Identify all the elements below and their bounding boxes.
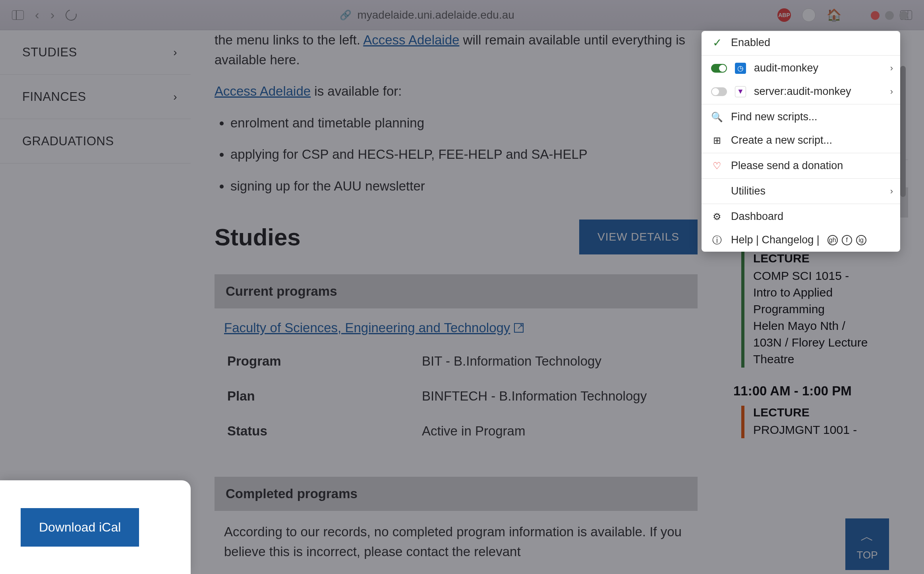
event-card[interactable]: LECTURE PROJMGNT 1001 - <box>741 406 908 438</box>
event-line: Theatre <box>753 351 908 368</box>
table-row: StatusActive in Program <box>225 414 687 448</box>
scrollbar[interactable] <box>900 66 906 288</box>
chevron-right-icon: › <box>890 63 893 73</box>
tm-enabled-row[interactable]: ✓ Enabled <box>702 31 900 54</box>
lock-icon: 🔗 <box>340 10 352 21</box>
help-link[interactable]: Help <box>731 234 753 246</box>
tampermonkey-icon[interactable] <box>802 8 816 22</box>
tm-label: Utilities <box>731 185 765 197</box>
intro-paragraph-2: Access Adelaide is available for: <box>215 81 698 101</box>
tm-help-row[interactable]: ⓘ Help | Changelog | gh f ig <box>702 228 900 252</box>
chevron-right-icon: › <box>173 46 177 59</box>
program-table: ProgramBIT - B.Information Technology Pl… <box>224 343 688 449</box>
cell-value: BINFTECH - B.Information Technology <box>419 379 687 413</box>
bullet-item: applying for CSP and HECS-HELP, FEE-HELP… <box>230 144 698 164</box>
tm-script-row[interactable]: ◷ audit-monkey › <box>702 56 900 80</box>
event-line: Intro to Applied <box>753 284 908 301</box>
maximize-window-icon[interactable] <box>899 11 908 20</box>
reload-icon[interactable] <box>64 7 79 22</box>
view-details-button[interactable]: VIEW DETAILS <box>579 220 698 254</box>
gear-icon: ⚙ <box>711 211 723 223</box>
completed-note: According to our records, no completed p… <box>215 511 698 561</box>
cell-value: Active in Program <box>419 414 687 448</box>
tm-create-script[interactable]: ⊞ Create a new script... <box>702 129 900 152</box>
facebook-icon[interactable]: f <box>842 235 852 245</box>
event-type: LECTURE <box>753 252 908 265</box>
intro-text: the menu links to the left. <box>215 33 363 47</box>
browser-toolbar: ‹ › 🔗 myadelaide.uni.adelaide.edu.au ABP… <box>0 0 924 30</box>
chevron-right-icon: › <box>890 87 893 97</box>
completed-programs-header: Completed programs <box>215 477 698 511</box>
scroll-top-button[interactable]: ︿ TOP <box>845 518 889 570</box>
nav-label: STUDIES <box>22 45 77 60</box>
current-programs-header: Current programs <box>215 274 698 308</box>
home-extension-icon[interactable]: 🏠 <box>827 8 841 22</box>
event-line: Helen Mayo Nth / <box>753 318 908 334</box>
tm-label: Create a new script... <box>731 134 832 146</box>
download-ical-button[interactable]: Download iCal <box>21 508 139 547</box>
tm-script-row[interactable]: ▼ server:audit-monkey › <box>702 80 900 103</box>
tm-help-label: Help | Changelog | <box>731 234 820 246</box>
event-line: Programming <box>753 301 908 318</box>
event-card[interactable]: LECTURE COMP SCI 1015 - Intro to Applied… <box>741 252 908 368</box>
intro-text: is available for: <box>311 84 402 98</box>
nav-label: GRADUATIONS <box>22 134 114 148</box>
access-adelaide-link[interactable]: Access Adelaide <box>363 33 459 47</box>
tm-label: audit-monkey <box>754 62 818 74</box>
toggle-on-icon[interactable] <box>711 64 727 73</box>
instagram-icon[interactable]: ig <box>856 235 866 245</box>
heart-icon: ♡ <box>711 160 723 172</box>
toggle-off-icon[interactable] <box>711 87 727 96</box>
cell-key: Status <box>225 414 419 448</box>
minimize-window-icon[interactable] <box>885 11 894 20</box>
info-icon: ⓘ <box>711 234 723 246</box>
tm-label: server:audit-monkey <box>754 85 851 98</box>
script-icon: ▼ <box>735 86 746 97</box>
tm-label: Please send a donation <box>731 160 843 172</box>
chevron-right-icon: › <box>890 186 893 196</box>
nav-label: FINANCES <box>22 90 86 104</box>
tampermonkey-menu: ✓ Enabled ◷ audit-monkey › ▼ server:audi… <box>702 31 900 252</box>
adblock-icon[interactable]: ABP <box>777 8 791 22</box>
tm-dashboard[interactable]: ⚙ Dashboard <box>702 205 900 228</box>
bullet-item: enrolment and timetable planning <box>230 113 698 133</box>
event-line: 103N / Florey Lecture <box>753 334 908 351</box>
ical-download-card: Download iCal <box>0 480 191 574</box>
bullet-item: signing up for the AUU newsletter <box>230 176 698 196</box>
tm-label: Enabled <box>731 37 770 49</box>
intro-paragraph: the menu links to the left. Access Adela… <box>215 30 698 69</box>
nav-item-studies[interactable]: STUDIES › <box>0 30 191 75</box>
scrollbar-thumb[interactable] <box>900 66 906 197</box>
check-icon: ✓ <box>711 37 723 49</box>
forward-button[interactable]: › <box>50 8 55 22</box>
github-icon[interactable]: gh <box>827 235 838 245</box>
tm-find-scripts[interactable]: 🔍 Find new scripts... <box>702 105 900 129</box>
top-label: TOP <box>857 549 878 561</box>
event-line: PROJMGNT 1001 - <box>753 422 908 438</box>
event-type: LECTURE <box>753 406 908 419</box>
access-adelaide-link[interactable]: Access Adelaide <box>215 84 311 98</box>
window-controls <box>871 11 908 20</box>
chevron-right-icon: › <box>173 91 177 103</box>
tm-donate[interactable]: ♡ Please send a donation <box>702 154 900 177</box>
cell-key: Program <box>225 344 419 378</box>
tm-utilities[interactable]: Utilities › <box>702 179 900 203</box>
external-link-icon <box>514 323 524 333</box>
main-content: the menu links to the left. Access Adela… <box>191 30 721 574</box>
close-window-icon[interactable] <box>871 11 880 20</box>
faculty-link[interactable]: Faculty of Sciences, Engineering and Tec… <box>224 320 524 335</box>
event-line: COMP SCI 1015 - <box>753 268 908 284</box>
nav-item-graduations[interactable]: GRADUATIONS <box>0 119 191 164</box>
tm-label: Dashboard <box>731 210 783 223</box>
back-button[interactable]: ‹ <box>35 8 39 22</box>
nav-item-finances[interactable]: FINANCES › <box>0 75 191 119</box>
sidebar-toggle-icon[interactable] <box>12 10 24 20</box>
tm-label: Find new scripts... <box>731 111 818 123</box>
url-text[interactable]: myadelaide.uni.adelaide.edu.au <box>357 9 514 21</box>
changelog-link[interactable]: Changelog <box>762 234 814 246</box>
chevron-up-icon: ︿ <box>860 528 874 546</box>
script-icon: ◷ <box>735 63 746 74</box>
studies-heading: Studies <box>215 223 301 251</box>
plus-icon: ⊞ <box>711 135 723 146</box>
table-row: ProgramBIT - B.Information Technology <box>225 344 687 378</box>
